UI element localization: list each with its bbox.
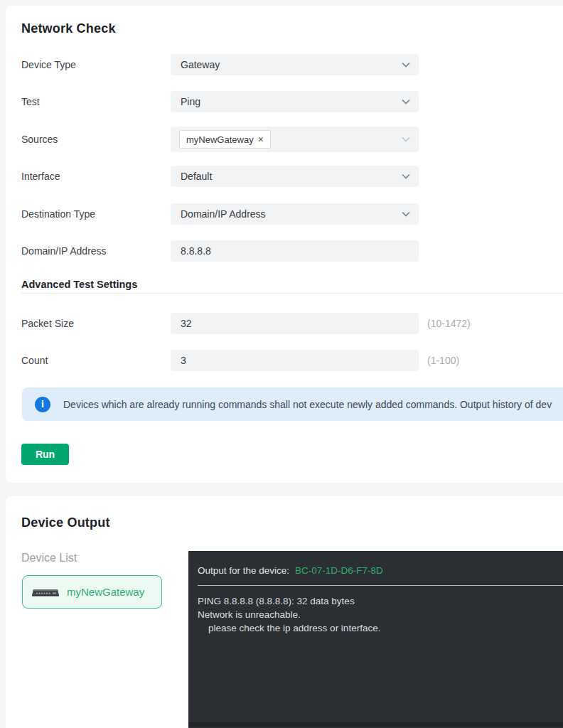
destination-type-row: Destination Type Domain/IP Address <box>6 203 563 225</box>
device-type-label: Device Type <box>21 54 76 75</box>
device-output-card: Device Output Device List myNewGateway O… <box>6 496 563 728</box>
packet-size-input[interactable] <box>171 313 419 334</box>
source-tag: myNewGateway × <box>179 130 271 149</box>
sources-multiselect[interactable]: myNewGateway × <box>171 127 419 152</box>
chevron-down-icon <box>402 173 410 179</box>
terminal-line: PING 8.8.8.8 (8.8.8.8): 32 data bytes <box>198 594 563 608</box>
count-label: Count <box>21 350 48 371</box>
chevron-down-icon <box>402 99 410 105</box>
destination-type-select[interactable]: Domain/IP Address <box>171 203 419 225</box>
device-list-item[interactable]: myNewGateway <box>22 575 162 609</box>
test-value: Ping <box>181 96 200 107</box>
terminal-header: Output for the device: BC-07-1D-D6-F7-8D <box>188 551 563 576</box>
network-check-title: Network Check <box>21 21 116 36</box>
chevron-down-icon <box>402 62 410 68</box>
chevron-down-icon <box>402 211 410 217</box>
packet-size-row: Packet Size (10-1472) <box>6 313 563 334</box>
device-name: myNewGateway <box>67 586 144 598</box>
count-input[interactable] <box>171 350 419 371</box>
interface-label: Interface <box>21 166 60 187</box>
domain-ip-input[interactable] <box>171 240 419 262</box>
run-button[interactable]: Run <box>21 444 69 465</box>
test-label: Test <box>21 91 40 112</box>
device-type-value: Gateway <box>181 59 220 70</box>
info-icon: i <box>35 397 50 412</box>
domain-ip-row: Domain/IP Address <box>6 240 563 262</box>
terminal-line: Network is unreachable. <box>198 608 563 621</box>
device-type-row: Device Type Gateway <box>6 54 563 75</box>
terminal-output-panel: Output for the device: BC-07-1D-D6-F7-8D… <box>188 551 563 728</box>
router-icon <box>31 587 60 598</box>
test-select[interactable]: Ping <box>171 91 419 112</box>
info-banner-text: Devices which are already running comman… <box>63 399 552 410</box>
section-divider <box>21 293 563 294</box>
destination-type-value: Domain/IP Address <box>181 208 266 220</box>
advanced-settings-title: Advanced Test Settings <box>21 279 137 290</box>
interface-value: Default <box>181 171 212 182</box>
terminal-header-label: Output for the device: <box>198 565 289 576</box>
destination-type-label: Destination Type <box>21 203 95 225</box>
terminal-horizontal-scrollbar[interactable] <box>188 722 563 727</box>
terminal-body: PING 8.8.8.8 (8.8.8.8): 32 data bytes Ne… <box>188 586 563 635</box>
sources-label: Sources <box>21 127 58 152</box>
terminal-device-id: BC-07-1D-D6-F7-8D <box>295 565 383 576</box>
packet-size-label: Packet Size <box>21 313 74 334</box>
test-row: Test Ping <box>6 91 563 112</box>
count-hint: (1-100) <box>427 350 459 371</box>
count-row: Count (1-100) <box>6 350 563 371</box>
device-output-title: Device Output <box>21 515 110 530</box>
source-tag-label: myNewGateway <box>186 134 254 145</box>
chevron-down-icon <box>402 136 410 142</box>
terminal-line: please check the ip address or interface… <box>198 621 563 635</box>
sources-row: Sources myNewGateway × <box>6 127 563 152</box>
packet-size-hint: (10-1472) <box>427 313 471 334</box>
domain-ip-label: Domain/IP Address <box>21 240 107 262</box>
device-list-label: Device List <box>21 552 77 564</box>
interface-row: Interface Default <box>6 166 563 187</box>
info-banner: i Devices which are already running comm… <box>22 387 563 421</box>
interface-select[interactable]: Default <box>171 166 419 187</box>
device-type-select[interactable]: Gateway <box>171 54 419 75</box>
network-check-card: Network Check Device Type Gateway Test P… <box>6 6 563 483</box>
tag-remove-icon[interactable]: × <box>258 134 264 144</box>
